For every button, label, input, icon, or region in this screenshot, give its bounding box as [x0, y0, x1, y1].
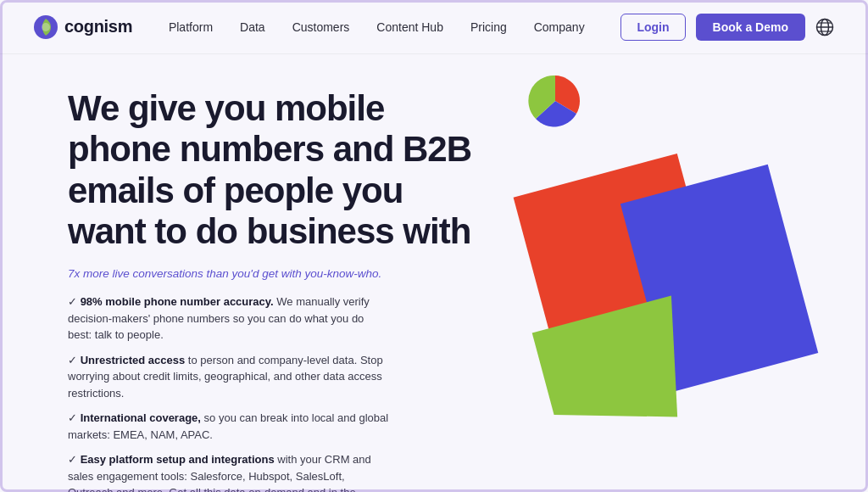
globe-icon[interactable]	[815, 18, 834, 36]
large-geo-shape	[475, 131, 831, 453]
book-demo-nav-button[interactable]: Book a Demo	[696, 14, 805, 41]
logo-text: cognism	[64, 17, 132, 36]
nav-links: Platform Data Customers Content Hub Pric…	[169, 20, 585, 35]
nav-item-customers[interactable]: Customers	[292, 20, 350, 35]
nav-actions: Login Book a Demo	[620, 14, 834, 41]
login-button[interactable]: Login	[620, 14, 685, 41]
navbar: cognism Platform Data Customers Content …	[0, 0, 868, 54]
nav-item-platform[interactable]: Platform	[169, 20, 213, 35]
features-list: ✓ 98% mobile phone number accuracy. We m…	[68, 294, 475, 492]
nav-item-pricing[interactable]: Pricing	[470, 20, 507, 35]
feature-item-1: ✓ 98% mobile phone number accuracy. We m…	[68, 294, 390, 344]
left-column: We give you mobile phone numbers and B2B…	[68, 80, 475, 492]
small-pie-chart	[526, 71, 585, 131]
nav-item-content-hub[interactable]: Content Hub	[376, 20, 443, 35]
logo: cognism	[34, 15, 132, 39]
nav-item-company[interactable]: Company	[534, 20, 585, 35]
hero-heading: We give you mobile phone numbers and B2B…	[68, 88, 475, 252]
tagline: 7x more live conversations than you'd ge…	[68, 267, 475, 280]
feature-item-3: ✓ International coverage, so you can bre…	[68, 410, 390, 443]
main-content: We give you mobile phone numbers and B2B…	[0, 54, 868, 492]
feature-item-2: ✓ Unrestricted access to person and comp…	[68, 352, 390, 402]
nav-item-data[interactable]: Data	[240, 20, 265, 35]
feature-item-4: ✓ Easy platform setup and integrations w…	[68, 451, 390, 492]
page-wrapper: cognism Platform Data Customers Content …	[0, 0, 868, 492]
svg-point-1	[42, 23, 50, 31]
right-column	[475, 80, 800, 475]
logo-icon	[34, 15, 58, 39]
